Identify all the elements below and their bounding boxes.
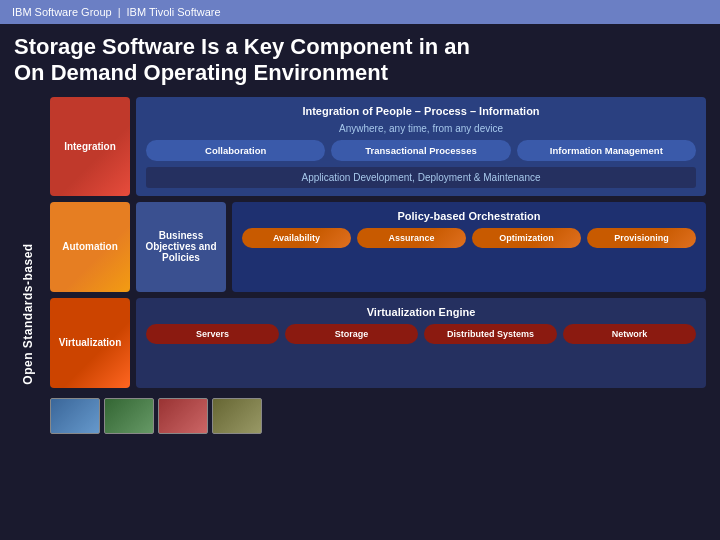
pill-optimization: Optimization — [472, 228, 581, 248]
cube-automation: Automation — [50, 202, 130, 292]
pill-storage: Storage — [285, 324, 418, 344]
vertical-label: Open Standards-based — [21, 244, 35, 385]
integration-subheader: Anywhere, any time, from any device — [146, 123, 696, 134]
orchestration-panel: Policy-based Orchestration Availability … — [232, 202, 706, 292]
biz-box: Business Objectives and Policies — [136, 202, 226, 292]
pill-information: Information Management — [517, 140, 696, 161]
virtualization-pills: Servers Storage Distributed Systems Netw… — [146, 324, 696, 344]
top-bar-left: IBM Software Group — [12, 6, 112, 18]
bottom-image-2 — [104, 398, 154, 434]
cube-virtualization: Virtualization — [50, 298, 130, 388]
bottom-image-4 — [212, 398, 262, 434]
pill-provisioning: Provisioning — [587, 228, 696, 248]
pill-collaboration: Collaboration — [146, 140, 325, 161]
integration-header: Integration of People – Process – Inform… — [146, 105, 696, 117]
page-title: Storage Software Is a Key Component in a… — [14, 34, 706, 87]
pill-availability: Availability — [242, 228, 351, 248]
virtualization-row: Virtualization Virtualization Engine Ser… — [50, 298, 706, 388]
diagram: Integration Integration of People – Proc… — [50, 97, 706, 532]
integration-content: Integration of People – Process – Inform… — [136, 97, 706, 196]
vertical-label-container: Open Standards-based — [14, 97, 42, 532]
integration-pills: Collaboration Transactional Processes In… — [146, 140, 696, 161]
bottom-image-3 — [158, 398, 208, 434]
top-bar-right: IBM Tivoli Software — [127, 6, 221, 18]
bottom-images — [50, 394, 706, 434]
automation-pills: Availability Assurance Optimization Prov… — [242, 228, 696, 248]
pill-distributed: Distributed Systems — [424, 324, 557, 344]
top-bar-divider: | — [118, 6, 121, 18]
pill-network: Network — [563, 324, 696, 344]
title-line1: Storage Software Is a Key Component in a… — [14, 34, 706, 60]
pill-servers: Servers — [146, 324, 279, 344]
cube-integration: Integration — [50, 97, 130, 196]
top-bar: IBM Software Group | IBM Tivoli Software — [0, 0, 720, 24]
virt-panel: Virtualization Engine Servers Storage Di… — [136, 298, 706, 388]
main-content: Storage Software Is a Key Component in a… — [0, 24, 720, 540]
appdev-bar: Application Development, Deployment & Ma… — [146, 167, 696, 188]
pill-transactional: Transactional Processes — [331, 140, 510, 161]
title-line2: On Demand Operating Environment — [14, 60, 706, 86]
pill-assurance: Assurance — [357, 228, 466, 248]
integration-row: Integration Integration of People – Proc… — [50, 97, 706, 196]
content-wrapper: Open Standards-based Integration Integra… — [14, 97, 706, 532]
orchestration-label: Policy-based Orchestration — [242, 210, 696, 222]
automation-row: Automation Business Objectives and Polic… — [50, 202, 706, 292]
virt-engine-label: Virtualization Engine — [146, 306, 696, 318]
